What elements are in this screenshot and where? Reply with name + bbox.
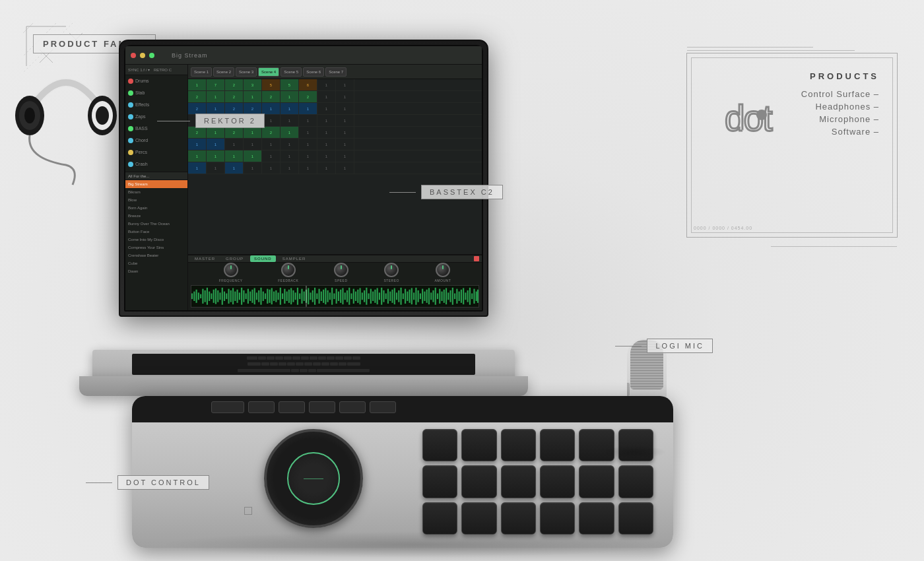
grid-cell[interactable]: 1 [336, 150, 354, 162]
scene-btn-1[interactable]: Scene 1 [191, 67, 212, 77]
pad-14[interactable] [461, 502, 496, 535]
pad-17[interactable] [579, 502, 614, 535]
grid-cell[interactable]: 1 [317, 162, 336, 174]
grid-cell[interactable]: 1 [188, 162, 207, 174]
grid-cell[interactable]: 2 [225, 79, 244, 90]
grid-cell[interactable]: 5 [280, 79, 299, 90]
grid-cell[interactable]: 1 [244, 91, 262, 102]
grid-cell[interactable]: 1 [336, 103, 354, 114]
grid-cell[interactable]: 1 [262, 103, 280, 114]
ctrl-tab-sound[interactable]: SOUND [250, 255, 276, 262]
scene-btn-5[interactable]: Scene 5 [280, 67, 302, 77]
grid-cell[interactable]: 1 [299, 139, 317, 150]
pad-4[interactable] [540, 429, 575, 461]
grid-cell[interactable]: 1 [336, 91, 354, 102]
controller-button[interactable] [279, 401, 305, 413]
grid-cell[interactable]: 1 [225, 162, 244, 174]
controller-button[interactable] [370, 401, 396, 413]
grid-cell[interactable]: 1 [299, 162, 317, 174]
grid-cell[interactable]: 1 [244, 162, 262, 174]
pad-13[interactable] [422, 502, 457, 535]
record-button[interactable] [474, 256, 479, 261]
controller-button[interactable] [309, 401, 335, 413]
grid-cell[interactable]: 1 [244, 150, 262, 162]
grid-cell[interactable]: 1 [336, 127, 354, 138]
grid-cell[interactable]: 1 [299, 150, 317, 162]
pad-11[interactable] [579, 465, 614, 498]
grid-cell[interactable]: 1 [207, 103, 225, 114]
grid-cell[interactable]: 1 [317, 103, 336, 114]
pad-7[interactable] [422, 465, 457, 498]
grid-cell[interactable]: 2 [188, 91, 207, 102]
jog-outer[interactable] [264, 429, 363, 528]
grid-cell[interactable]: 1 [280, 150, 299, 162]
grid-cell[interactable]: 2 [188, 127, 207, 138]
grid-cell[interactable]: 1 [262, 139, 280, 150]
grid-cell[interactable]: 1 [207, 127, 225, 138]
grid-cell[interactable]: 1 [317, 79, 336, 90]
scene-btn-3[interactable]: Scene 3 [236, 67, 257, 77]
grid-cell[interactable]: 1 [225, 150, 244, 162]
pad-5[interactable] [579, 429, 614, 461]
jog-inner[interactable] [287, 452, 340, 505]
grid-cell[interactable]: 1 [262, 150, 280, 162]
pad-12[interactable] [618, 465, 653, 498]
grid-cell[interactable]: 2 [225, 127, 244, 138]
ctrl-tab-group[interactable]: GROUP [222, 255, 248, 262]
grid-cell[interactable]: 1 [225, 139, 244, 150]
grid-cell[interactable]: 2 [244, 103, 262, 114]
pad-18[interactable] [618, 502, 653, 535]
grid-cell[interactable]: 2 [225, 91, 244, 102]
grid-cell[interactable]: 1 [317, 91, 336, 102]
grid-cell[interactable]: 1 [336, 139, 354, 150]
pad-16[interactable] [540, 502, 575, 535]
controller-button[interactable] [211, 401, 244, 413]
grid-cell[interactable]: 1 [299, 103, 317, 114]
grid-cell[interactable]: 1 [280, 139, 299, 150]
jog-wheel[interactable] [264, 429, 363, 528]
grid-cell[interactable]: 1 [207, 162, 225, 174]
grid-cell[interactable]: 2 [262, 127, 280, 138]
stereo-knob[interactable] [384, 263, 399, 277]
scene-btn-6[interactable]: Scene 6 [303, 67, 324, 77]
ctrl-tab-master[interactable]: MASTER [191, 255, 219, 262]
grid-cell[interactable]: 1 [244, 139, 262, 150]
grid-cell[interactable]: 1 [188, 139, 207, 150]
grid-cell[interactable]: 1 [317, 115, 336, 126]
grid-cell[interactable]: 1 [317, 150, 336, 162]
grid-cell[interactable]: 2 [262, 91, 280, 102]
speed-knob[interactable] [334, 263, 348, 277]
amount-knob[interactable] [436, 263, 450, 277]
grid-cell[interactable]: 1 [262, 115, 280, 126]
controller-button[interactable] [248, 401, 275, 413]
grid-cell[interactable]: 2 [225, 103, 244, 114]
pad-1[interactable] [422, 429, 457, 461]
grid-cell[interactable]: 1 [317, 139, 336, 150]
grid-cell[interactable]: 1 [299, 127, 317, 138]
frequency-knob[interactable] [224, 263, 238, 277]
grid-cell[interactable]: 1 [280, 115, 299, 126]
grid-cell[interactable]: 1 [317, 127, 336, 138]
grid-cell[interactable]: 5 [262, 79, 280, 90]
grid-cell[interactable]: 1 [336, 162, 354, 174]
grid-cell[interactable]: 3 [244, 79, 262, 90]
grid-cell[interactable]: 1 [280, 103, 299, 114]
grid-cell[interactable]: 1 [188, 150, 207, 162]
pad-9[interactable] [501, 465, 536, 498]
grid-cell[interactable]: 2 [299, 91, 317, 102]
grid-cell[interactable]: 1 [336, 79, 354, 90]
pad-10[interactable] [540, 465, 575, 498]
feedback-knob[interactable] [281, 263, 296, 277]
grid-cell[interactable]: 1 [207, 91, 225, 102]
controller-button[interactable] [339, 401, 366, 413]
grid-cell[interactable]: 6 [299, 79, 317, 90]
grid-cell[interactable]: 1 [299, 115, 317, 126]
pad-2[interactable] [461, 429, 496, 461]
scene-btn-2[interactable]: Scene 2 [213, 67, 234, 77]
grid-cell[interactable]: 1 [280, 162, 299, 174]
pad-15[interactable] [501, 502, 536, 535]
scene-btn-7[interactable]: Scene 7 [325, 67, 346, 77]
grid-cell[interactable]: 1 [188, 79, 207, 90]
pad-8[interactable] [461, 465, 496, 498]
ctrl-tab-sampler[interactable]: SAMPLER [279, 255, 310, 262]
